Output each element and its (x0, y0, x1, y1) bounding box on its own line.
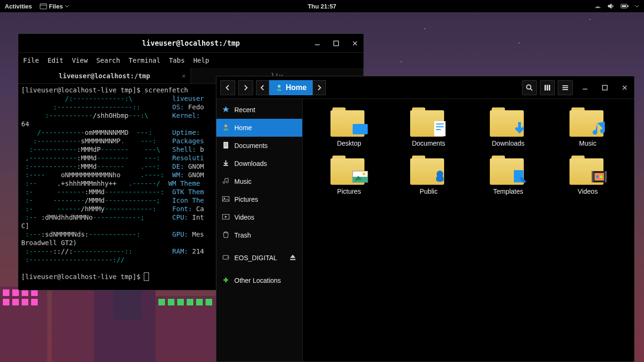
svg-rect-19 (434, 121, 446, 136)
svg-rect-0 (40, 4, 47, 9)
folder-templates[interactable]: Templates (473, 156, 544, 195)
sidebar-item-label: Trash (234, 231, 251, 239)
clock[interactable]: Thu 21:57 (308, 3, 337, 10)
folder-icon (410, 156, 447, 185)
folder-icon (490, 107, 527, 137)
files-app-icon (40, 2, 47, 10)
vid-icon (222, 213, 230, 222)
svg-rect-27 (605, 171, 607, 182)
folder-public[interactable]: Public (394, 156, 464, 195)
folder-label: Pictures (337, 188, 361, 195)
folder-desktop[interactable]: Desktop (314, 107, 384, 147)
folder-icon (490, 156, 527, 185)
folder-label: Desktop (337, 140, 361, 147)
sidebar-item-downloads[interactable]: Downloads (216, 155, 302, 173)
home-icon (222, 123, 230, 132)
folder-downloads[interactable]: Downloads (473, 107, 544, 147)
folder-label: Public (420, 188, 438, 195)
gnome-topbar: Activities Files Thu 21:57 (0, 0, 644, 12)
terminal-tab-label: liveuser@localhost:/tmp (59, 72, 150, 80)
app-menu[interactable]: Files (40, 2, 70, 10)
maximize-button[interactable] (331, 39, 341, 48)
close-button[interactable] (350, 39, 360, 48)
public-overlay-icon (430, 168, 450, 186)
search-button[interactable] (522, 80, 537, 95)
files-window: Home RecentHomeDocumentsDownloadsMusicPi… (216, 76, 635, 362)
files-content[interactable]: DesktopDocumentsDownloadsMusicPicturesPu… (303, 99, 634, 362)
terminal-title: liveuser@localhost:/tmp (142, 39, 240, 48)
path-home[interactable]: Home (269, 80, 313, 95)
svg-point-29 (596, 175, 599, 178)
sidebar-item-label: Music (234, 178, 252, 185)
sidebar-item-label: Videos (234, 214, 255, 221)
terminal-menubar: File Edit View Search Terminal Tabs Help (18, 53, 363, 68)
folder-icon (570, 156, 606, 185)
svg-point-22 (363, 173, 365, 175)
network-icon[interactable] (594, 2, 602, 10)
sidebar-item-documents[interactable]: Documents (216, 137, 302, 155)
svg-point-30 (600, 175, 603, 178)
back-button[interactable] (220, 80, 235, 95)
battery-icon[interactable] (620, 3, 629, 9)
svg-rect-12 (223, 142, 228, 148)
menu-terminal[interactable]: Terminal (129, 57, 160, 64)
minimize-button[interactable] (579, 82, 591, 93)
volume-icon[interactable] (607, 2, 615, 10)
sidebar-item-home[interactable]: Home (216, 119, 302, 137)
chevron-down-icon[interactable] (635, 4, 639, 8)
view-options-button[interactable] (540, 80, 555, 95)
menu-edit[interactable]: Edit (48, 57, 64, 64)
terminal-titlebar[interactable]: liveuser@localhost:/tmp (18, 34, 363, 53)
svg-rect-4 (334, 41, 339, 46)
folder-icon (330, 107, 367, 137)
folder-videos[interactable]: Videos (553, 156, 623, 195)
drive-icon (222, 254, 230, 263)
sidebar-item-pictures[interactable]: Pictures (216, 190, 302, 208)
tmpl-overlay-icon (510, 168, 529, 186)
menu-help[interactable]: Help (193, 57, 209, 64)
folder-documents[interactable]: Documents (394, 107, 464, 147)
down-overlay-icon (510, 120, 529, 138)
sidebar-item-music[interactable]: Music (216, 173, 302, 190)
terminal-tab[interactable]: liveuser@localhost:/tmp × (18, 68, 191, 83)
path-bar: Home (256, 80, 326, 95)
sidebar-item-videos[interactable]: Videos (216, 208, 302, 226)
svg-rect-7 (545, 85, 546, 90)
folder-icon (410, 107, 447, 137)
close-icon[interactable]: × (182, 72, 186, 80)
sidebar-item-trash[interactable]: Trash (216, 226, 302, 244)
sidebar-item-eos_digital[interactable]: EOS_DIGITAL (216, 249, 302, 267)
activities-button[interactable]: Activities (5, 3, 32, 10)
sidebar-item-label: EOS_DIGITAL (234, 254, 277, 262)
maximize-button[interactable] (599, 82, 611, 93)
svg-point-17 (227, 257, 228, 258)
sidebar-item-recent[interactable]: Recent (216, 101, 302, 119)
svg-rect-26 (592, 171, 594, 182)
folder-label: Videos (578, 188, 598, 195)
hamburger-menu-button[interactable] (558, 80, 573, 95)
app-menu-label: Files (49, 3, 63, 10)
sidebar-item-other-locations[interactable]: Other Locations (216, 272, 302, 289)
sidebar-item-label: Pictures (234, 196, 258, 203)
eject-icon[interactable] (289, 254, 297, 263)
path-next-button[interactable] (313, 80, 326, 95)
menu-view[interactable]: View (72, 57, 88, 64)
folder-label: Music (579, 140, 596, 147)
minimize-button[interactable] (313, 39, 322, 48)
menu-search[interactable]: Search (96, 57, 120, 64)
forward-button[interactable] (238, 80, 253, 95)
chevron-down-icon (65, 4, 69, 8)
close-button[interactable] (619, 82, 630, 93)
menu-file[interactable]: File (23, 57, 39, 64)
menu-tabs[interactable]: Tabs (169, 57, 185, 64)
path-prev-button[interactable] (256, 80, 269, 95)
pic-overlay-icon (350, 168, 370, 186)
svg-point-5 (278, 85, 281, 88)
svg-point-11 (224, 124, 227, 127)
sidebar-item-label: Recent (234, 106, 255, 114)
folder-icon (570, 107, 606, 137)
sidebar-item-label: Other Locations (234, 277, 281, 284)
music-overlay-icon (589, 120, 609, 138)
folder-music[interactable]: Music (553, 107, 623, 147)
folder-pictures[interactable]: Pictures (314, 156, 384, 195)
